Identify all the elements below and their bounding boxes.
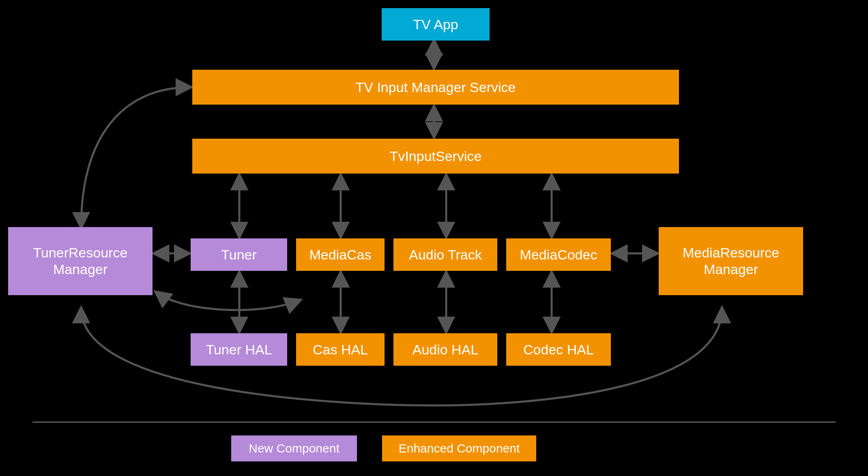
box-media-resource-manager: MediaResource Manager [659,227,803,295]
box-tuner-resource-manager: TunerResource Manager [8,227,153,295]
box-cas-hal: Cas HAL [296,333,385,366]
box-audio-hal: Audio HAL [393,333,497,366]
box-tuner: Tuner [191,238,287,271]
box-codec-hal: Codec HAL [506,333,611,366]
box-media-codec: MediaCodec [506,238,611,271]
diagram-stage: TV App TV Input Manager Service TvInputS… [0,0,868,476]
legend-new-component: New Component [231,435,357,461]
box-media-cas: MediaCas [296,238,385,271]
box-tv-input-service: TvInputService [192,139,679,174]
box-tv-app: TV App [382,8,490,41]
box-audio-track: Audio Track [393,238,497,271]
box-tv-input-manager-service: TV Input Manager Service [192,70,679,105]
box-tuner-hal: Tuner HAL [191,333,287,366]
legend-enhanced-component: Enhanced Component [382,435,536,461]
legend-divider [32,422,836,422]
